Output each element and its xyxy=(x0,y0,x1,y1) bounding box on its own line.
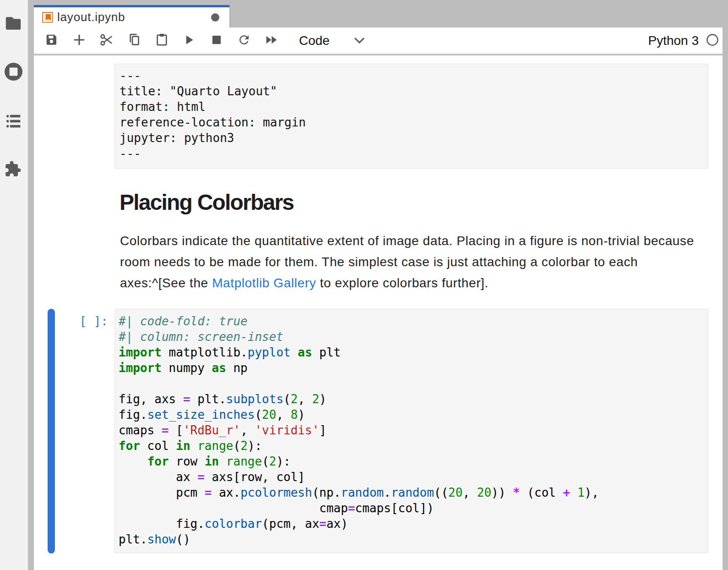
paste-icon xyxy=(155,33,169,49)
sidebar-item-running-kernels[interactable] xyxy=(4,62,22,81)
chevron-down-icon xyxy=(354,38,365,44)
code-line: import matplotlib.pyplot as plt xyxy=(119,345,708,360)
raw-cell-line: --- xyxy=(120,68,708,83)
notebook-toolbar: Code Python 3 xyxy=(34,27,723,55)
markdown-heading: Placing Colorbars xyxy=(120,190,293,215)
code-line: fig.set_size_inches(20, 8) xyxy=(119,407,708,422)
code-cell-editor[interactable]: #| code-fold: true#| column: screen-inse… xyxy=(114,309,708,553)
run-icon xyxy=(182,33,196,49)
save-button[interactable] xyxy=(38,28,65,54)
tab-layout-ipynb[interactable]: layout.ipynb xyxy=(34,5,229,27)
activity-bar xyxy=(0,0,28,570)
notebook-icon xyxy=(41,11,54,24)
cut-icon xyxy=(99,33,114,49)
cell-input-prompt: [ ]: xyxy=(48,313,108,329)
sidebar-item-file-browser[interactable] xyxy=(4,14,22,33)
code-line: for row in range(2): xyxy=(119,454,708,469)
raw-cell-line: format: html xyxy=(120,99,708,115)
kernel-name: Python 3 xyxy=(648,33,699,48)
code-line: fig.colorbar(pcm, ax=ax) xyxy=(119,516,708,532)
restart-run-all-button[interactable] xyxy=(258,28,285,54)
code-line: import numpy as np xyxy=(119,360,708,376)
paragraph-line: room needs to be made for them. The simp… xyxy=(120,252,694,273)
interrupt-kernel-button[interactable] xyxy=(203,28,230,54)
cell-type-value: Code xyxy=(299,33,330,48)
code-line: cmap=cmaps[col]) xyxy=(119,500,708,516)
cell-type-dropdown[interactable]: Code xyxy=(299,33,365,48)
tab-title: layout.ipynb xyxy=(57,10,125,24)
code-line: fig, axs = plt.subplots(2, 2) xyxy=(119,391,708,407)
copy-icon xyxy=(127,33,141,49)
plus-icon xyxy=(72,33,87,49)
code-line: pcm = ax.pcolormesh(np.random.random((20… xyxy=(119,485,708,500)
restart-icon xyxy=(237,33,251,49)
unsaved-changes-icon xyxy=(211,13,219,22)
stop-icon xyxy=(210,33,223,49)
code-line: #| code-fold: true xyxy=(119,313,708,329)
copy-cell-button[interactable] xyxy=(120,28,148,54)
sidebar-item-table-of-contents[interactable] xyxy=(4,112,22,130)
sidebar-item-extension-manager[interactable] xyxy=(4,160,22,178)
puzzle-icon xyxy=(4,160,22,178)
matplotlib-gallery-link[interactable]: Matplotlib Gallery xyxy=(212,276,316,290)
toolbar-buttons xyxy=(38,28,285,54)
restart-kernel-button[interactable] xyxy=(230,28,258,54)
code-line: ax = axs[row, col] xyxy=(119,469,708,485)
raw-cell-line: title: "Quarto Layout" xyxy=(120,83,708,99)
raw-cell-line: reference-location: margin xyxy=(120,115,708,130)
code-line xyxy=(119,376,708,391)
running-icon xyxy=(4,62,23,81)
code-line: for col in range(2): xyxy=(119,438,708,454)
code-line: plt.show() xyxy=(119,532,708,547)
insert-cell-button[interactable] xyxy=(65,28,93,54)
raw-cell-line: --- xyxy=(120,146,708,161)
code-line: cmaps = ['RdBu_r', 'viridis'] xyxy=(119,422,708,438)
kernel-status-icon xyxy=(706,33,719,48)
paragraph-line: Colorbars indicate the quantitative exte… xyxy=(120,230,694,252)
markdown-paragraph: Colorbars indicate the quantitative exte… xyxy=(120,230,694,294)
toc-icon xyxy=(6,115,21,128)
paragraph-line: axes:^[See the Matplotlib Gallery to exp… xyxy=(120,273,694,294)
paste-cell-button[interactable] xyxy=(148,28,175,54)
kernel-indicator[interactable]: Python 3 xyxy=(648,33,719,48)
code-line: #| column: screen-inset xyxy=(119,329,708,345)
cell-collapser[interactable] xyxy=(48,309,55,554)
save-icon xyxy=(45,33,59,49)
raw-cell-line: jupyter: python3 xyxy=(120,130,708,146)
raw-cell-editor[interactable]: ---title: "Quarto Layout"format: htmlref… xyxy=(114,64,708,169)
folder-icon xyxy=(5,16,22,30)
run-cell-button[interactable] xyxy=(175,28,203,54)
fast-forward-icon xyxy=(264,33,279,49)
notebook-content: ---title: "Quarto Layout"format: htmlref… xyxy=(34,55,723,570)
cut-cell-button[interactable] xyxy=(93,28,120,54)
